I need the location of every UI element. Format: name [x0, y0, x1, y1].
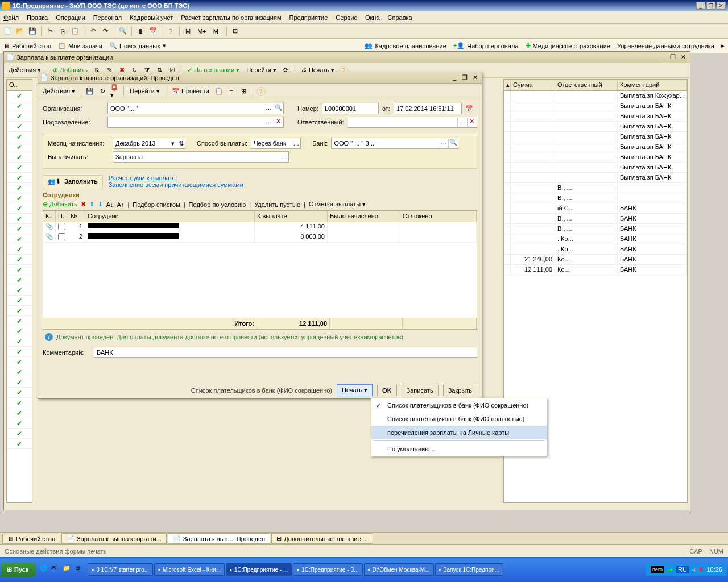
table-row[interactable]: Выплата зп БАНК	[504, 152, 687, 163]
menu-ops[interactable]: Операции	[56, 14, 85, 21]
bg-minimize-button[interactable]: _	[658, 53, 667, 61]
grid-up-button[interactable]: ⬆	[89, 201, 94, 208]
magnify-icon[interactable]: 🔍	[274, 104, 283, 113]
bg-row-check[interactable]: ✔	[7, 418, 32, 429]
grid-down-button[interactable]: ⬇	[98, 201, 103, 208]
bg-col-comment[interactable]: Комментарий	[618, 80, 687, 90]
bank-input[interactable]: ООО " ... " З... … 🔍	[331, 138, 458, 149]
footer-list-link[interactable]: Список плательщиков в банк (ФИО сокращен…	[191, 387, 332, 394]
table-row[interactable]: В., ...	[504, 183, 687, 193]
bg-row-check[interactable]: ✔	[7, 255, 32, 265]
table-row[interactable]: 21 246,00Ко...БАНК	[504, 255, 687, 265]
calendar-icon[interactable]: 📅	[148, 26, 158, 36]
dept-input[interactable]: … ✕	[107, 117, 284, 128]
table-row[interactable]: В., ...БАНК	[504, 224, 687, 234]
ql-icon[interactable]: 🌐	[40, 564, 50, 575]
bg-close-button[interactable]: ✕	[679, 53, 688, 61]
org-input[interactable]: ООО "... " … 🔍	[107, 103, 284, 114]
nav-desktop[interactable]: 🖥 Рабочий стол	[3, 43, 51, 49]
dlg-close-button[interactable]: ✕	[470, 74, 479, 82]
dots-icon[interactable]: …	[439, 139, 448, 148]
menu-calc[interactable]: Расчет зарплаты по организациям	[181, 14, 281, 21]
new-icon[interactable]: 📄	[2, 26, 13, 36]
dlg-refresh-icon[interactable]: ↻	[97, 86, 107, 97]
bg-row-check[interactable]: ✔	[7, 326, 32, 336]
fill-button[interactable]: 👥⬇ Заполнить	[43, 175, 103, 188]
table-row[interactable]: . Ко...БАНК	[504, 244, 687, 255]
bg-row-check[interactable]: ✔	[7, 142, 32, 152]
table-row[interactable]: Выплата зп БАНК	[504, 111, 687, 122]
menu-help[interactable]: Справка	[388, 14, 412, 21]
dots-icon[interactable]: …	[281, 153, 287, 160]
calc-link[interactable]: Расчет сумм к выплате:	[109, 174, 243, 181]
wtab-doc3[interactable]: ⊞ Дополнительные внешние ...	[271, 533, 373, 544]
magnify-icon[interactable]: 🔍	[448, 139, 457, 148]
bg-col-sum[interactable]: Сумма	[511, 80, 555, 90]
table-row[interactable]: Выплата зп БАНК	[504, 101, 687, 111]
redo-icon[interactable]: ↷	[100, 26, 110, 36]
copy-icon[interactable]: ⎘	[57, 26, 68, 36]
bg-row-check[interactable]: ✔	[7, 111, 32, 122]
table-row[interactable]: 📎1 4 111,00	[43, 222, 477, 232]
bg-row-check[interactable]: ✔	[7, 173, 32, 183]
table-row[interactable]: Выплата зп БАНК	[504, 122, 687, 132]
dlg-restore-button[interactable]: ❐	[460, 74, 469, 82]
tray-lang[interactable]: RU	[676, 566, 689, 573]
table-row[interactable]: ій С...БАНК	[504, 203, 687, 214]
bg-row-check[interactable]: ✔	[7, 122, 32, 132]
bg-row-check[interactable]: ✔	[7, 408, 32, 418]
fill-all-link[interactable]: Заполнение всеми причитающимися суммами	[109, 181, 243, 188]
dlg-help-icon[interactable]: ?	[257, 87, 266, 96]
col-emp[interactable]: Сотрудник	[85, 211, 255, 222]
bg-row-check[interactable]: ✔	[7, 377, 32, 388]
col-def[interactable]: Отложено	[400, 211, 477, 222]
clear-icon[interactable]: ✕	[274, 118, 283, 127]
table-row[interactable]: . Ко...БАНК	[504, 234, 687, 244]
menu-personnel[interactable]: Персонал	[93, 14, 122, 21]
ql-icon[interactable]: 📁	[63, 564, 73, 575]
menu-item-default[interactable]: По умолчанию...	[371, 442, 547, 456]
tray-nero-icon[interactable]: nero	[651, 566, 664, 573]
minimize-button[interactable]: _	[696, 2, 705, 10]
taskbar-task[interactable]: ▪1С:Предприятие - ...	[226, 563, 292, 576]
dots-icon[interactable]: …	[457, 118, 466, 127]
wtab-doc2[interactable]: 📄 Зарплата к вып...: Проведен	[168, 533, 270, 544]
close-button[interactable]: ✕	[717, 2, 726, 10]
table-row[interactable]: Выплата зп БАНК	[504, 173, 687, 183]
menu-service[interactable]: Сервис	[336, 14, 357, 21]
ql-icon[interactable]: ✉	[51, 564, 61, 575]
bg-row-check[interactable]: ✔	[7, 152, 32, 163]
tray-expand-icon[interactable]: «	[692, 566, 696, 573]
nav-tasks[interactable]: 📋 Мои задачи	[58, 42, 102, 49]
nav-kadr-plan[interactable]: 👥 Кадровое планирование	[365, 42, 446, 49]
dlg-tree-icon[interactable]: ⊞	[239, 86, 249, 97]
menu-ent[interactable]: Предприятие	[289, 14, 328, 21]
comment-input[interactable]: БАНК	[94, 347, 477, 358]
dots-icon[interactable]: …	[264, 118, 273, 127]
menu-item-cards[interactable]: перечисления зарплаты на Личные карты	[371, 426, 547, 439]
bg-restore-button[interactable]: ❐	[668, 53, 677, 61]
footer-save-button[interactable]: Записать	[402, 385, 439, 396]
col-accr[interactable]: Было начислено	[328, 211, 400, 222]
taskbar-task[interactable]: ▪D:\Обмен Москва-М...	[364, 563, 434, 576]
dlg-goto-button[interactable]: Перейти ▾	[127, 86, 162, 96]
table-row[interactable]: 12 111,00Ко...БАНК	[504, 265, 687, 275]
nav-upr[interactable]: Управление данными сотрудника	[617, 43, 714, 49]
dlg-minimize-button[interactable]: _	[450, 74, 459, 82]
nav-nabor[interactable]: +👤 Набор персонала	[453, 42, 519, 49]
table-row[interactable]: Выплата зп БАНК	[504, 142, 687, 152]
table-row[interactable]: В., ...	[504, 193, 687, 203]
bg-row-check[interactable]: ✔	[7, 296, 32, 306]
bg-row-check[interactable]: ✔	[7, 285, 32, 296]
bg-row-check[interactable]: ✔	[7, 367, 32, 377]
date-input[interactable]: 17.02.2014 16:51:11	[394, 103, 462, 114]
calendar-icon[interactable]: 📅	[465, 105, 473, 113]
paste-icon[interactable]: 📋	[70, 26, 80, 36]
num-input[interactable]: L00000001	[322, 103, 379, 114]
grid-cond-button[interactable]: Подбор по условию	[189, 201, 246, 208]
table-row[interactable]: Выплата зп БАНК	[504, 163, 687, 173]
dots-icon[interactable]: …	[264, 104, 273, 113]
find-icon[interactable]: 🔍	[118, 26, 128, 36]
menu-edit[interactable]: Правка	[27, 14, 48, 21]
dots-icon[interactable]: …	[293, 140, 299, 147]
